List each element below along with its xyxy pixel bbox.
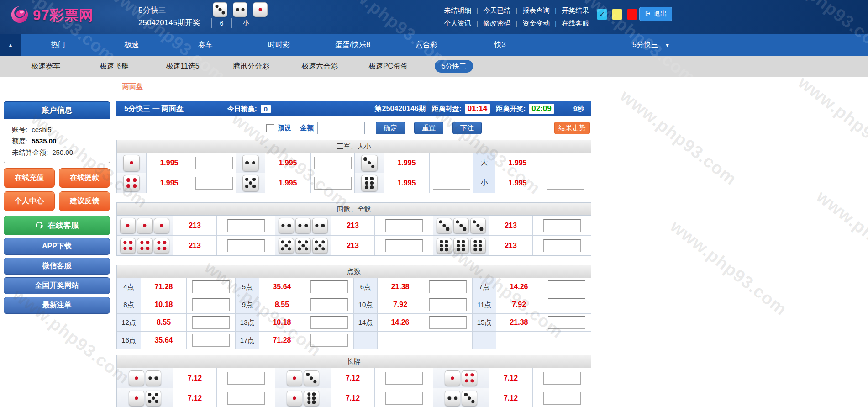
bet-option[interactable]: 6点 (353, 278, 377, 296)
nav-item[interactable]: 极速 (95, 34, 168, 56)
bet-amount-input[interactable] (429, 298, 467, 311)
subnav-item[interactable]: 极速飞艇 (80, 62, 148, 71)
bet-option[interactable] (275, 388, 331, 407)
nav-item[interactable]: 赛车 (168, 34, 242, 56)
result-trend-button[interactable]: 结果走势 (554, 122, 590, 134)
current-game-dropdown[interactable]: 5分快三 ▼ (632, 34, 670, 56)
bet-option[interactable] (354, 153, 384, 173)
bet-amount-input[interactable] (548, 280, 585, 293)
bet-option[interactable]: 9点 (235, 296, 259, 313)
sidebar-button[interactable]: 微信客服 (4, 258, 110, 275)
bet-option[interactable] (433, 236, 489, 255)
subnav-item[interactable]: 极速11选5 (148, 62, 217, 71)
top-menu-link[interactable]: 在线客服 (562, 19, 589, 27)
bet-option[interactable] (433, 368, 489, 388)
top-menu-link[interactable]: 今天已结 (483, 6, 510, 14)
bet-option[interactable] (275, 368, 331, 388)
amount-input[interactable] (317, 122, 365, 134)
sidebar-button[interactable]: 全国开奖网站 (4, 277, 110, 294)
bet-option[interactable] (117, 368, 173, 388)
bet-amount-input[interactable] (192, 280, 230, 293)
bet-option[interactable]: 大 (473, 153, 495, 173)
bet-amount-input[interactable] (429, 280, 467, 293)
bet-amount-input[interactable] (314, 157, 352, 169)
bet-amount-input[interactable] (385, 219, 423, 232)
bet-option[interactable] (236, 153, 265, 173)
nav-item[interactable]: 快3 (463, 34, 537, 56)
bet-option[interactable]: 11点 (472, 296, 496, 313)
bet-amount-input[interactable] (195, 177, 233, 190)
sidebar-button[interactable]: 个人中心 (4, 191, 55, 211)
bet-amount-input[interactable] (433, 157, 470, 169)
theme-swatch-0[interactable]: ✓ (597, 9, 607, 20)
bet-option[interactable] (117, 388, 173, 407)
theme-swatch-2[interactable] (627, 9, 637, 20)
bet-option[interactable] (433, 216, 489, 235)
bet-amount-input[interactable] (385, 372, 423, 385)
bet-option[interactable]: 8点 (117, 296, 141, 313)
sidebar-button[interactable]: 最新注单 (4, 297, 110, 314)
bet-option[interactable] (236, 173, 265, 193)
board-type-tab[interactable]: 两面盘 (122, 82, 143, 91)
subnav-item[interactable]: 极速六合彩 (285, 62, 354, 71)
bet-amount-input[interactable] (227, 372, 265, 385)
bet-amount-input[interactable] (192, 334, 230, 347)
sub-nav-active-tab[interactable]: 5分快三 (435, 60, 473, 73)
bet-option[interactable] (117, 173, 146, 193)
sidebar-button[interactable]: 在线充值 (4, 168, 55, 188)
sidebar-button[interactable]: 建议反馈 (59, 191, 110, 211)
bet-amount-input[interactable] (385, 239, 423, 252)
logout-button[interactable]: 退出 (639, 7, 672, 21)
top-menu-link[interactable]: 个人资讯 (444, 19, 471, 27)
bet-amount-input[interactable] (385, 392, 423, 405)
bet-option[interactable]: 13点 (235, 314, 259, 331)
top-menu-link[interactable]: 资金变动 (522, 19, 550, 27)
bet-amount-input[interactable] (543, 239, 581, 252)
bet-option[interactable] (275, 236, 331, 255)
bet-option[interactable] (275, 216, 331, 235)
bet-amount-input[interactable] (195, 157, 233, 169)
preset-checkbox[interactable] (266, 124, 274, 132)
bet-amount-input[interactable] (548, 316, 585, 329)
nav-item[interactable]: 时时彩 (242, 34, 316, 56)
subnav-item[interactable]: 极速PC蛋蛋 (354, 62, 422, 71)
bet-option[interactable] (117, 153, 146, 173)
bet-option[interactable]: 7点 (472, 278, 496, 296)
bet-amount-input[interactable] (310, 298, 348, 311)
bet-amount-input[interactable] (227, 392, 265, 405)
subnav-item[interactable]: 极速赛车 (11, 62, 80, 71)
bet-option[interactable]: 5点 (235, 278, 259, 296)
bet-amount-input[interactable] (310, 316, 348, 329)
bet-amount-input[interactable] (543, 219, 581, 232)
top-menu-link[interactable]: 修改密码 (483, 19, 510, 27)
sidebar-button[interactable]: APP下载 (4, 238, 110, 255)
bet-amount-input[interactable] (547, 177, 584, 190)
bet-amount-input[interactable] (548, 298, 585, 311)
subnav-item[interactable]: 腾讯分分彩 (217, 62, 285, 71)
bet-amount-input[interactable] (547, 157, 584, 169)
bet-amount-input[interactable] (543, 392, 581, 405)
bet-option[interactable] (117, 216, 173, 235)
bet-option[interactable]: 15点 (472, 314, 496, 331)
bet-option[interactable]: 17点 (235, 332, 259, 349)
bet-amount-input[interactable] (314, 177, 352, 190)
nav-item[interactable]: 蛋蛋/快乐8 (316, 34, 389, 56)
bet-option[interactable]: 12点 (117, 314, 141, 331)
theme-swatch-1[interactable] (612, 9, 622, 20)
bet-amount-input[interactable] (429, 316, 467, 329)
nav-item[interactable]: 热门 (21, 34, 95, 56)
bet-option[interactable] (117, 236, 173, 255)
top-menu-link[interactable]: 未结明细 (444, 6, 471, 14)
bet-amount-input[interactable] (227, 239, 265, 252)
reset-button[interactable]: 重置 (414, 122, 443, 134)
bet-amount-input[interactable] (227, 219, 265, 232)
bet-amount-input[interactable] (433, 177, 470, 190)
collapse-arrow-button[interactable]: ▲ (0, 34, 21, 56)
site-logo[interactable]: 97彩票网 (9, 4, 93, 27)
bet-option[interactable] (433, 388, 489, 407)
bet-amount-input[interactable] (310, 280, 348, 293)
bet-amount-input[interactable] (192, 316, 230, 329)
bet-amount-input[interactable] (543, 372, 581, 385)
bet-option[interactable]: 16点 (117, 332, 141, 349)
bet-option[interactable] (354, 173, 384, 193)
